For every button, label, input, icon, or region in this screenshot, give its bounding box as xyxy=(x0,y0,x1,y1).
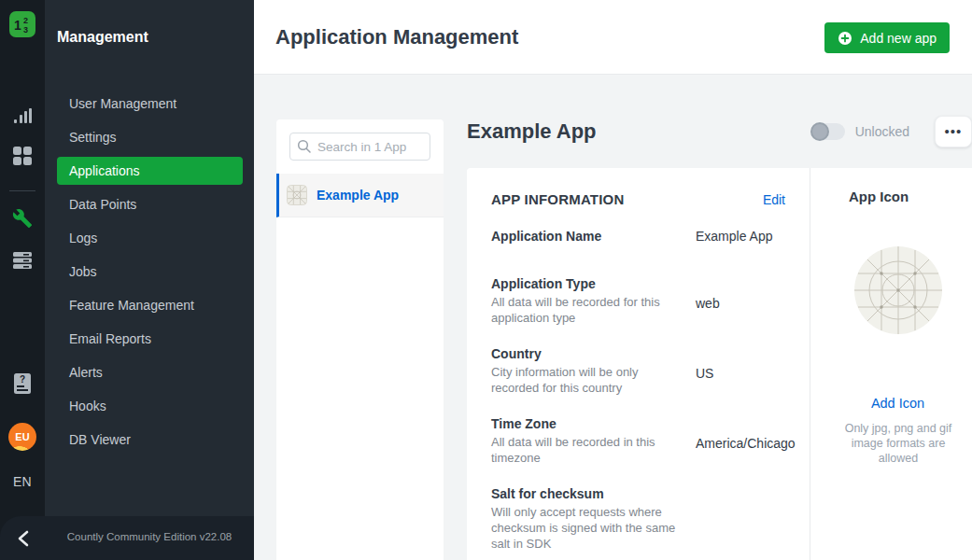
row-label: Time Zone xyxy=(491,414,679,433)
plus-circle-icon xyxy=(838,31,852,46)
sidebar-item-user-management[interactable]: User Management xyxy=(57,90,243,118)
rail-divider xyxy=(9,190,35,191)
app-detail-card: APP INFORMATION Edit Application Name Ex… xyxy=(467,168,972,560)
sidebar-nav: User Management Settings Applications Da… xyxy=(57,90,243,459)
row-label: Application Name xyxy=(491,227,679,245)
version-label: Countly Community Edition v22.08 xyxy=(45,531,254,542)
user-avatar[interactable]: EU xyxy=(8,423,36,451)
row-description: City information will be only recorded f… xyxy=(491,364,678,396)
info-row-salt-for-checksum: Salt for checksum Will only accept reque… xyxy=(491,484,785,552)
search-icon xyxy=(297,139,312,154)
sidebar-item-data-points[interactable]: Data Points xyxy=(57,190,243,218)
app-list-panel: Example App xyxy=(276,119,444,560)
svg-text:3: 3 xyxy=(23,25,28,35)
help-doc-icon[interactable]: ? xyxy=(11,372,34,395)
management-sidebar: Management User Management Settings Appl… xyxy=(45,0,254,560)
row-value: US xyxy=(696,344,713,396)
lock-toggle-knob xyxy=(810,122,829,141)
sidebar-item-applications[interactable]: Applications xyxy=(57,157,243,185)
row-label: Country xyxy=(491,344,679,363)
app-detail-header: Example App Unlocked ••• xyxy=(467,113,972,150)
sidebar-item-feature-management[interactable]: Feature Management xyxy=(57,291,243,319)
row-value: Example App xyxy=(696,227,773,245)
page-header: Application Management Add new app xyxy=(254,0,972,75)
row-description: All data will be recorded for this appli… xyxy=(491,294,678,326)
apps-grid-icon[interactable] xyxy=(11,145,34,167)
countly-logo-icon[interactable]: 1 2 3 xyxy=(9,11,35,37)
edit-link[interactable]: Edit xyxy=(763,192,785,207)
management-wrench-icon[interactable] xyxy=(11,207,34,230)
app-icon-panel: App Icon Add Ico xyxy=(810,168,972,560)
svg-text:1: 1 xyxy=(14,18,21,33)
sidebar-item-alerts[interactable]: Alerts xyxy=(57,358,243,386)
analytics-bars-icon[interactable] xyxy=(11,105,34,127)
server-stack-icon[interactable] xyxy=(11,249,34,272)
content-area: Example App Example App Unlocked ••• APP… xyxy=(254,76,972,560)
app-information-heading: APP INFORMATION xyxy=(491,191,763,207)
row-description: Will only accept requests where checksum… xyxy=(491,504,678,552)
page-title: Application Management xyxy=(275,25,518,49)
row-label: Application Type xyxy=(491,274,679,293)
sidebar-item-jobs[interactable]: Jobs xyxy=(57,258,243,286)
icon-rail: 1 2 3 xyxy=(0,0,45,560)
sidebar-item-db-viewer[interactable]: DB Viewer xyxy=(57,426,243,454)
app-search xyxy=(289,133,430,161)
sidebar-item-hooks[interactable]: Hooks xyxy=(57,392,243,420)
app-title: Example App xyxy=(467,119,811,144)
info-row-country: Country City information will be only re… xyxy=(491,344,785,396)
sidebar-item-logs[interactable]: Logs xyxy=(57,224,243,252)
add-icon-link[interactable]: Add Icon xyxy=(810,396,972,411)
svg-text:?: ? xyxy=(20,374,25,385)
collapse-sidebar-icon[interactable] xyxy=(13,528,34,549)
add-new-app-label: Add new app xyxy=(860,31,937,46)
info-row-application-type: Application Type All data will be record… xyxy=(491,274,785,326)
lock-status-label: Unlocked xyxy=(855,124,909,139)
app-icon-placeholder xyxy=(810,245,972,339)
app-list-item-label: Example App xyxy=(317,188,399,203)
app-thumbnail-icon xyxy=(287,185,307,205)
info-row-application-name: Application Name Example App xyxy=(491,227,785,245)
more-options-button[interactable]: ••• xyxy=(935,116,972,147)
icon-format-note: Only jpg, png and gif image formats are … xyxy=(833,421,964,466)
sidebar-title: Management xyxy=(57,29,148,46)
row-description: All data will be recorded in this timezo… xyxy=(491,434,678,466)
app-information-section: APP INFORMATION Edit Application Name Ex… xyxy=(467,168,810,560)
language-selector[interactable]: EN xyxy=(0,474,45,489)
row-label: Salt for checksum xyxy=(491,484,679,503)
app-list-item-example-app[interactable]: Example App xyxy=(276,174,444,217)
lock-toggle[interactable] xyxy=(811,123,845,140)
info-row-time-zone: Time Zone All data will be recorded in t… xyxy=(491,414,785,466)
add-new-app-button[interactable]: Add new app xyxy=(824,22,950,53)
sidebar-item-settings[interactable]: Settings xyxy=(57,123,243,151)
sidebar-item-email-reports[interactable]: Email Reports xyxy=(57,325,243,353)
row-value: America/Chicago xyxy=(696,414,796,466)
sidebar-footer: Countly Community Edition v22.08 xyxy=(0,516,254,560)
row-value: web xyxy=(696,274,720,326)
svg-text:2: 2 xyxy=(23,16,28,25)
app-icon-heading: App Icon xyxy=(810,189,972,204)
